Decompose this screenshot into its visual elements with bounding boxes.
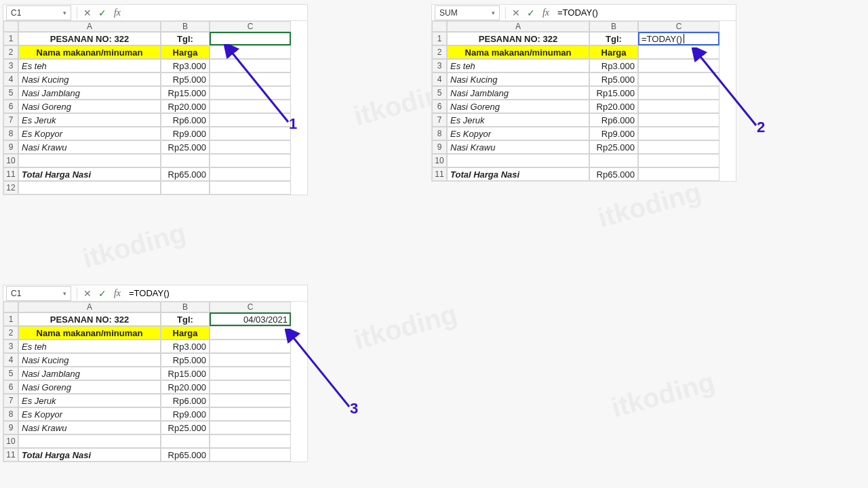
row-header[interactable]: 2 bbox=[3, 326, 18, 340]
row-header[interactable]: 1 bbox=[3, 32, 18, 45]
fx-icon[interactable]: fx bbox=[110, 286, 125, 301]
cell[interactable]: Rp3.000 bbox=[161, 59, 210, 73]
cell[interactable]: Es teh bbox=[18, 59, 161, 73]
name-box[interactable]: C1 ▾ bbox=[6, 5, 71, 20]
cell[interactable]: Nasi Kucing bbox=[18, 73, 161, 86]
cell[interactable]: Rp25.000 bbox=[161, 421, 210, 434]
cell[interactable] bbox=[210, 353, 291, 367]
cell[interactable]: Nama makanan/minuman bbox=[447, 45, 589, 59]
cell[interactable]: PESANAN NO: 322 bbox=[18, 312, 161, 326]
cell-editing[interactable]: =TODAY() bbox=[638, 32, 719, 45]
cancel-icon[interactable]: ✕ bbox=[80, 5, 95, 20]
row-header[interactable]: 10 bbox=[432, 154, 447, 167]
cell[interactable]: Rp5.000 bbox=[161, 73, 210, 86]
cell[interactable] bbox=[18, 434, 161, 448]
cell[interactable]: Rp20.000 bbox=[161, 380, 210, 394]
col-header[interactable]: C bbox=[638, 21, 719, 32]
formula-input[interactable] bbox=[125, 5, 307, 20]
col-header[interactable]: C bbox=[210, 21, 291, 32]
cell[interactable] bbox=[210, 421, 291, 434]
cell[interactable]: Rp25.000 bbox=[589, 140, 638, 154]
cell[interactable] bbox=[210, 340, 291, 353]
cell[interactable]: Nasi Jamblang bbox=[447, 86, 589, 100]
cell[interactable]: Nama makanan/minuman bbox=[18, 326, 161, 340]
col-header[interactable]: A bbox=[18, 302, 161, 312]
cell[interactable]: Tgl: bbox=[161, 32, 210, 45]
cell[interactable]: Nasi Goreng bbox=[18, 100, 161, 113]
cell[interactable]: Nasi Kucing bbox=[18, 353, 161, 367]
cell[interactable]: Es Kopyor bbox=[18, 407, 161, 421]
cell[interactable]: Harga bbox=[161, 326, 210, 340]
row-header[interactable]: 8 bbox=[432, 127, 447, 140]
col-header[interactable]: C bbox=[210, 302, 291, 312]
cell[interactable] bbox=[210, 367, 291, 380]
cell[interactable]: Rp3.000 bbox=[589, 59, 638, 73]
cell[interactable] bbox=[161, 154, 210, 167]
cell[interactable]: PESANAN NO: 322 bbox=[447, 32, 589, 45]
cell[interactable]: Es Jeruk bbox=[447, 113, 589, 127]
select-all-corner[interactable] bbox=[3, 21, 18, 32]
cell[interactable] bbox=[210, 448, 291, 462]
cell[interactable]: Rp3.000 bbox=[161, 340, 210, 353]
cell[interactable]: Tgl: bbox=[161, 312, 210, 326]
cell[interactable] bbox=[210, 167, 291, 181]
cell[interactable]: PESANAN NO: 322 bbox=[18, 32, 161, 45]
cell[interactable]: Total Harga Nasi bbox=[18, 448, 161, 462]
name-box[interactable]: SUM ▾ bbox=[435, 5, 500, 20]
cell[interactable]: Harga bbox=[589, 45, 638, 59]
cell[interactable]: Es teh bbox=[18, 340, 161, 353]
col-header[interactable]: A bbox=[18, 21, 161, 32]
col-header[interactable]: B bbox=[161, 302, 210, 312]
cell[interactable] bbox=[18, 154, 161, 167]
row-header[interactable]: 4 bbox=[3, 353, 18, 367]
cancel-icon[interactable]: ✕ bbox=[80, 286, 95, 301]
cell-selected[interactable]: 04/03/2021 bbox=[210, 312, 291, 326]
cell[interactable]: Rp15.000 bbox=[161, 367, 210, 380]
enter-icon[interactable]: ✓ bbox=[95, 286, 110, 301]
cell[interactable]: Rp9.000 bbox=[589, 127, 638, 140]
fx-icon[interactable]: fx bbox=[538, 5, 553, 20]
cell[interactable]: Nasi Goreng bbox=[18, 380, 161, 394]
cancel-icon[interactable]: ✕ bbox=[509, 5, 524, 20]
cell[interactable]: Nasi Jamblang bbox=[18, 86, 161, 100]
formula-input[interactable] bbox=[553, 5, 736, 20]
col-header[interactable]: A bbox=[447, 21, 589, 32]
row-header[interactable]: 5 bbox=[3, 367, 18, 380]
cell[interactable]: Es Jeruk bbox=[18, 113, 161, 127]
row-header[interactable]: 3 bbox=[432, 59, 447, 73]
cell[interactable]: Rp6.000 bbox=[161, 394, 210, 407]
row-header[interactable]: 12 bbox=[3, 181, 18, 195]
cell[interactable]: Rp6.000 bbox=[161, 113, 210, 127]
cell[interactable]: Es Kopyor bbox=[18, 127, 161, 140]
name-box[interactable]: C1 ▾ bbox=[6, 286, 71, 301]
row-header[interactable]: 7 bbox=[3, 113, 18, 127]
row-header[interactable]: 11 bbox=[3, 167, 18, 181]
cell[interactable]: Rp9.000 bbox=[161, 407, 210, 421]
row-header[interactable]: 2 bbox=[3, 45, 18, 59]
cell[interactable] bbox=[210, 407, 291, 421]
cell[interactable]: Nasi Krawu bbox=[18, 140, 161, 154]
row-header[interactable]: 3 bbox=[3, 59, 18, 73]
cell[interactable]: Es Jeruk bbox=[18, 394, 161, 407]
cell[interactable]: Nasi Krawu bbox=[447, 140, 589, 154]
row-header[interactable]: 5 bbox=[3, 86, 18, 100]
enter-icon[interactable]: ✓ bbox=[524, 5, 538, 20]
cell[interactable]: Rp5.000 bbox=[589, 73, 638, 86]
cell[interactable]: Rp15.000 bbox=[589, 86, 638, 100]
cell[interactable]: Es Kopyor bbox=[447, 127, 589, 140]
cell[interactable]: Rp20.000 bbox=[161, 100, 210, 113]
row-header[interactable]: 2 bbox=[432, 45, 447, 59]
fx-icon[interactable]: fx bbox=[110, 5, 125, 20]
formula-input[interactable] bbox=[125, 286, 307, 301]
cell[interactable]: Tgl: bbox=[589, 32, 638, 45]
cell[interactable]: Harga bbox=[161, 45, 210, 59]
cell[interactable] bbox=[447, 154, 589, 167]
select-all-corner[interactable] bbox=[432, 21, 447, 32]
cell[interactable]: Total Harga Nasi bbox=[18, 167, 161, 181]
row-header[interactable]: 1 bbox=[3, 312, 18, 326]
cell[interactable]: Nama makanan/minuman bbox=[18, 45, 161, 59]
cell[interactable]: Nasi Goreng bbox=[447, 100, 589, 113]
cell[interactable] bbox=[210, 140, 291, 154]
cell[interactable]: Rp65.000 bbox=[161, 167, 210, 181]
row-header[interactable]: 5 bbox=[432, 86, 447, 100]
